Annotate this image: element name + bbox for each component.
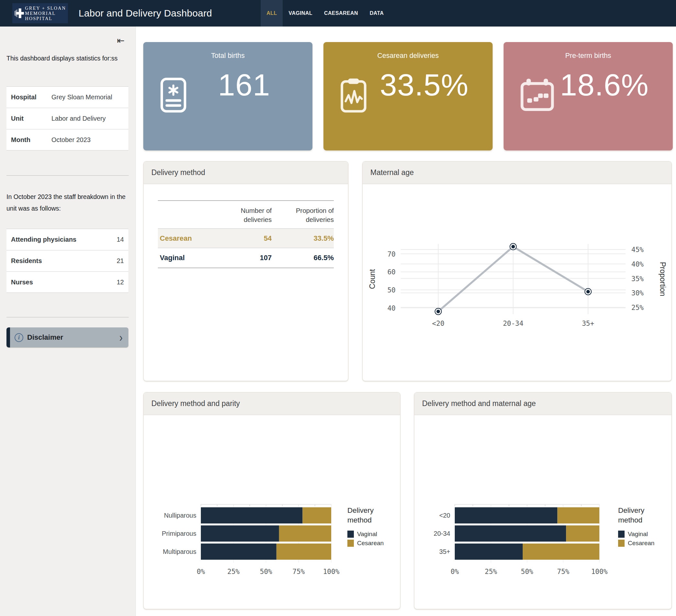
legend-swatch-cesarean (618, 540, 625, 547)
svg-text:40: 40 (388, 304, 396, 312)
legend: Delivery method Vaginal Cesarean (618, 506, 667, 547)
table-row-cesarean: Cesarean 54 33.5% (158, 229, 334, 248)
row-label: Residents (11, 257, 117, 265)
panel-delivery-method-maternal-age: Delivery method and maternal age <2020-3… (414, 392, 672, 609)
labor-delivery-dashboard: GREY + SLOAN MEMORIAL HOSPITAL Labor and… (0, 0, 676, 616)
row-label: Month (11, 136, 51, 144)
table-row: Nurses 12 (6, 271, 128, 293)
staff-table: Attending physicians 14 Residents 21 Nur… (6, 229, 128, 293)
row-proportion: 66.5% (272, 254, 334, 262)
legend-item-vaginal: Vaginal (347, 530, 396, 538)
row-label: Cesarean (158, 234, 217, 243)
tab-vaginal[interactable]: VAGINAL (283, 0, 318, 26)
row-value: Grey Sloan Memorial (51, 94, 112, 101)
svg-text:50: 50 (388, 286, 396, 294)
svg-text:45%: 45% (631, 246, 644, 254)
divider (6, 175, 129, 176)
svg-text:Count: Count (368, 269, 377, 289)
row-proportion: 33.5% (272, 234, 334, 243)
column-header: Proportion of deliveries (272, 206, 334, 224)
sidebar-collapse-icon[interactable]: ⇤ (117, 36, 124, 45)
table-row: Month October 2023 (6, 129, 128, 151)
panel-title: Maternal age (362, 161, 671, 184)
column-header: Number of deliveries (217, 206, 272, 224)
sidebar-intro-text: This dashboard displays statistics for:s… (6, 52, 129, 64)
svg-text:70: 70 (388, 250, 396, 258)
table-header-row: Number of deliveries Proportion of deliv… (158, 201, 334, 229)
svg-text:20-34: 20-34 (503, 320, 523, 327)
legend-label: Cesarean (628, 540, 654, 547)
info-icon: i (14, 333, 23, 342)
row-number: 107 (217, 254, 272, 262)
panel-title: Delivery method and maternal age (414, 392, 671, 415)
hospital-cross-icon (14, 4, 25, 22)
kpi-card-preterm-births: Pre-term births 18.6% (504, 42, 673, 151)
kpi-value: 161 (182, 67, 306, 103)
sidebar: ⇤ This dashboard displays statistics for… (0, 26, 136, 616)
panel-title: Delivery method and parity (144, 392, 400, 415)
legend-swatch-vaginal (618, 530, 625, 538)
panel-title: Delivery method (144, 161, 348, 184)
svg-text:100%: 100% (323, 568, 340, 575)
svg-text:75%: 75% (292, 568, 305, 575)
delivery-method-table: Number of deliveries Proportion of deliv… (144, 200, 348, 268)
disclaimer-accent-bar (6, 327, 10, 347)
svg-text:50%: 50% (260, 568, 272, 575)
table-row: Attending physicians 14 (6, 229, 128, 250)
chevron-right-icon: › (119, 331, 123, 344)
kpi-title: Cesarean deliveries (324, 52, 493, 60)
row-value: 12 (117, 279, 124, 286)
svg-text:Nulliparous: Nulliparous (164, 512, 196, 519)
svg-text:0%: 0% (451, 568, 459, 575)
hospital-logo-text: GREY + SLOAN MEMORIAL HOSPITAL (25, 5, 66, 21)
legend-swatch-cesarean (347, 540, 354, 547)
svg-text:Primiparous: Primiparous (162, 530, 196, 537)
row-value: Labor and Delivery (51, 115, 106, 122)
svg-text:35+: 35+ (439, 548, 450, 555)
row-value: October 2023 (51, 136, 91, 144)
legend-label: Vaginal (628, 530, 648, 538)
legend-title: Delivery method (618, 506, 667, 525)
kpi-card-cesarean-deliveries: Cesarean deliveries 33.5% (324, 42, 493, 151)
panel-maternal-age: Maternal age 25%30%35%40%45%40506070<202… (362, 161, 672, 381)
page-title: Labor and Delivery Dashboard (78, 0, 212, 26)
row-label: Hospital (11, 94, 51, 101)
legend-label: Cesarean (357, 540, 384, 547)
disclaimer-label: Disclaimer (27, 333, 63, 342)
svg-text:<20: <20 (432, 320, 444, 327)
row-label: Attending physicians (11, 236, 117, 243)
main-nav: ALL VAGINAL CAESAREAN DATA (261, 0, 390, 26)
svg-text:35%: 35% (631, 275, 644, 283)
legend-item-vaginal: Vaginal (618, 530, 667, 538)
row-label: Vaginal (158, 254, 217, 262)
legend-swatch-vaginal (347, 530, 354, 538)
svg-text:50%: 50% (521, 568, 533, 575)
kpi-card-total-births: Total births 161 (143, 42, 313, 151)
svg-text:75%: 75% (557, 568, 569, 575)
hospital-logo: GREY + SLOAN MEMORIAL HOSPITAL (12, 3, 68, 23)
tab-all[interactable]: ALL (261, 0, 283, 26)
svg-text:25%: 25% (227, 568, 240, 575)
tab-data[interactable]: DATA (364, 0, 390, 26)
legend-title: Delivery method (347, 506, 396, 525)
svg-text:Proportion: Proportion (659, 262, 667, 296)
tab-caesarean[interactable]: CAESAREAN (318, 0, 364, 26)
svg-text:35+: 35+ (582, 320, 594, 327)
disclaimer-button[interactable]: i Disclaimer › (6, 327, 128, 347)
row-label: Nurses (11, 279, 117, 286)
svg-text:0%: 0% (196, 568, 205, 575)
svg-text:20-34: 20-34 (434, 530, 450, 537)
table-row: Residents 21 (6, 250, 128, 271)
kpi-value: 18.6% (543, 67, 666, 103)
kpi-title: Total births (143, 52, 313, 60)
panel-delivery-method: Delivery method Number of deliveries Pro… (143, 161, 348, 381)
maternal-age-line-chart: 25%30%35%40%45%40506070<2020-3435+CountP… (362, 184, 671, 380)
row-value: 14 (117, 236, 124, 243)
kpi-title: Pre-term births (504, 52, 673, 60)
table-row: Hospital Grey Sloan Memorial (6, 87, 128, 108)
svg-text:40%: 40% (631, 261, 644, 268)
panel-delivery-method-parity: Delivery method and parity NulliparousPr… (143, 392, 400, 609)
svg-text:60: 60 (388, 268, 396, 276)
svg-text:<20: <20 (439, 512, 450, 519)
row-label: Unit (11, 115, 51, 122)
